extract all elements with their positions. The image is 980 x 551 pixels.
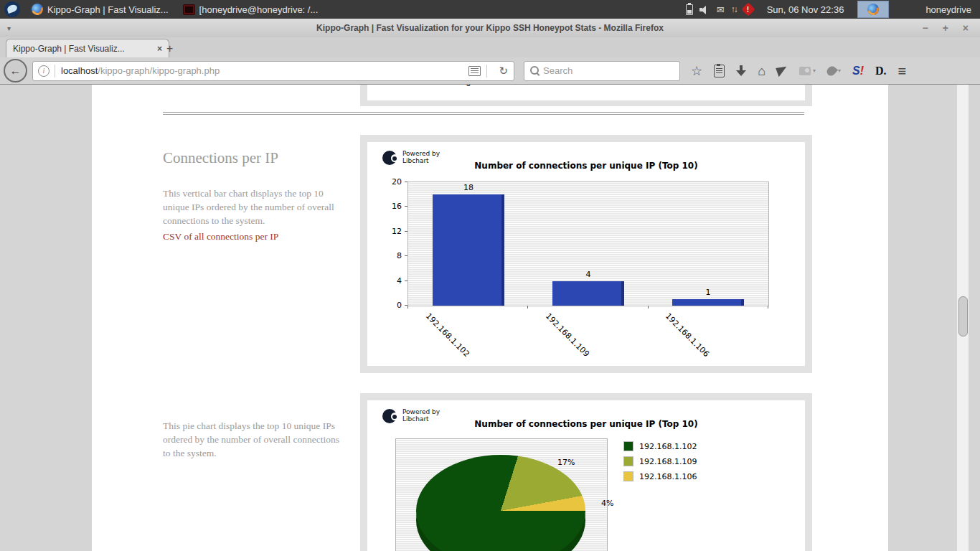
search-icon xyxy=(530,66,539,75)
site-info-icon[interactable]: i xyxy=(38,65,50,77)
legend-swatch xyxy=(623,471,633,481)
username-label: honeydrive xyxy=(925,4,971,15)
divider xyxy=(55,65,55,77)
scrapbook-extension-icon[interactable]: S! xyxy=(852,65,864,77)
close-button[interactable]: × xyxy=(963,22,969,34)
y-tick xyxy=(405,231,407,232)
tab-kippo-graph[interactable]: Kippo-Graph | Fast Visualiz... × xyxy=(6,39,169,57)
y-axis-label: 0 xyxy=(377,301,402,310)
y-tick xyxy=(405,182,407,182)
y-axis-label: 8 xyxy=(377,251,402,260)
battery-icon[interactable] xyxy=(686,4,693,15)
screenshot-icon xyxy=(799,67,811,75)
x-tick xyxy=(648,306,649,309)
titlebar-menu-caret-icon[interactable]: ▾ xyxy=(7,24,11,32)
search-placeholder: Search xyxy=(543,65,573,76)
x-tick xyxy=(407,306,408,309)
x-axis-label: 192.168.1.106 xyxy=(664,311,711,359)
bookmarks-menu-icon[interactable] xyxy=(714,65,725,77)
bar-chart-description: This vertical bar chart displays the top… xyxy=(163,187,347,227)
menu-icon[interactable]: ≡ xyxy=(898,64,907,78)
y-tick xyxy=(405,281,407,281)
back-arrow-icon: ← xyxy=(10,65,22,77)
pie-percent-label: 17% xyxy=(557,458,575,467)
previous-chart-panel-bottom: 6 xyxy=(360,85,812,106)
share-pocket-icon[interactable] xyxy=(776,65,789,77)
window-titlebar: ▾ Kippo-Graph | Fast Visualization for y… xyxy=(0,19,980,37)
y-axis-label: 12 xyxy=(377,227,402,236)
window-title: Kippo-Graph | Fast Visualization for you… xyxy=(0,23,980,33)
mail-icon[interactable]: ✉ xyxy=(717,5,725,14)
tab-label: Kippo-Graph | Fast Visualiz... xyxy=(13,44,125,54)
terminal-icon xyxy=(183,4,195,15)
urlbar-actions: ↻ xyxy=(468,65,514,77)
update-alert-icon[interactable]: ! xyxy=(741,2,755,17)
scrollbar-track[interactable] xyxy=(957,85,969,551)
url-bar[interactable]: i localhost/kippo-graph/kippo-graph.php … xyxy=(32,61,514,81)
y-axis-label: 16 xyxy=(377,202,402,211)
bar-192.168.1.106 xyxy=(672,299,744,306)
taskbar-item-label: Kippo-Graph | Fast Visualiz... xyxy=(47,4,169,15)
window-switcher[interactable] xyxy=(857,1,889,18)
bar-value-label: 4 xyxy=(586,270,591,279)
tab-close-icon[interactable]: × xyxy=(151,44,162,54)
y-tick xyxy=(405,206,407,207)
scrollbar-thumb[interactable] xyxy=(958,296,968,336)
legend-swatch xyxy=(623,456,633,466)
bar-chart-panel: Powered by Libchart Number of connection… xyxy=(360,135,812,373)
legend-item: 192.168.1.102 xyxy=(623,441,697,451)
pie-legend: 192.168.1.102192.168.1.109192.168.1.106 xyxy=(623,441,697,486)
firefox-icon xyxy=(867,4,879,15)
legend-item: 192.168.1.109 xyxy=(623,456,697,466)
tab-bar: Kippo-Graph | Fast Visualiz... × + xyxy=(0,37,980,57)
firefox-icon xyxy=(32,4,43,15)
honeydrive-launcher-icon[interactable] xyxy=(4,1,20,17)
bar-plot-area: 1841 xyxy=(407,182,769,306)
y-axis-label: 20 xyxy=(377,177,402,187)
bar-chart-image: Powered by Libchart Number of connection… xyxy=(367,142,805,366)
back-button[interactable]: ← xyxy=(4,59,27,83)
volume-icon[interactable] xyxy=(699,5,710,14)
legend-label: 192.168.1.106 xyxy=(639,472,697,481)
kippo-graph-page: 6 Connections per IP This vertical bar c… xyxy=(92,85,888,551)
bar-chart-title: Number of connections per unique IP (Top… xyxy=(367,161,805,171)
legend-label: 192.168.1.102 xyxy=(639,442,697,451)
window-controls: − + × xyxy=(922,22,980,34)
csv-download-link[interactable]: CSV of all connections per IP xyxy=(163,231,278,242)
screenshot-tool[interactable]: ▾ xyxy=(799,67,816,75)
bar-192.168.1.102 xyxy=(433,194,504,306)
minimize-button[interactable]: − xyxy=(922,22,928,34)
extension-tool[interactable]: ▾ xyxy=(827,66,841,76)
pie-percent-label: 4% xyxy=(601,499,613,508)
taskbar-item-firefox[interactable]: Kippo-Graph | Fast Visualiz... xyxy=(24,0,176,19)
taskbar-item-terminal[interactable]: [honeydrive@honeydrive: /... xyxy=(176,0,326,19)
previous-chart-clip: 6 xyxy=(367,85,805,100)
taskbar-item-label: [honeydrive@honeydrive: /... xyxy=(199,4,319,15)
search-bar[interactable]: Search xyxy=(524,61,680,81)
bar-value-label: 1 xyxy=(706,288,711,297)
d-extension-icon[interactable]: D. xyxy=(875,65,887,77)
url-path: /kippo-graph/kippo-graph.php xyxy=(98,65,220,76)
home-icon[interactable]: ⌂ xyxy=(758,65,765,77)
pie-chart-title: Number of connections per unique IP (Top… xyxy=(367,419,805,429)
x-tick xyxy=(527,306,528,309)
system-panel: Kippo-Graph | Fast Visualiz... [honeydri… xyxy=(0,0,980,19)
chevron-down-icon: ▾ xyxy=(813,67,816,74)
downloads-icon[interactable] xyxy=(736,65,746,77)
bar-value-label: 18 xyxy=(463,183,473,192)
reader-mode-icon[interactable] xyxy=(468,66,481,76)
toolbar-icons: ☆ ⌂ ▾ ▾ S! D. ≡ xyxy=(691,64,906,78)
url-host: localhost xyxy=(61,65,98,76)
network-updown-icon[interactable]: ↑↓ xyxy=(731,5,737,14)
new-tab-button[interactable]: + xyxy=(166,43,173,55)
maximize-button[interactable]: + xyxy=(943,22,948,34)
legend-item: 192.168.1.106 xyxy=(623,471,697,481)
y-tick xyxy=(405,255,407,256)
pie-chart-image: Powered by Libchart Number of connection… xyxy=(367,400,805,551)
legend-swatch xyxy=(623,441,633,451)
bookmark-star-icon[interactable]: ☆ xyxy=(691,65,702,77)
clock[interactable]: Sun, 06 Nov 22:36 xyxy=(767,4,844,15)
x-tick xyxy=(768,306,768,309)
page-title: Connections per IP xyxy=(163,149,278,167)
reload-icon[interactable]: ↻ xyxy=(499,65,508,76)
